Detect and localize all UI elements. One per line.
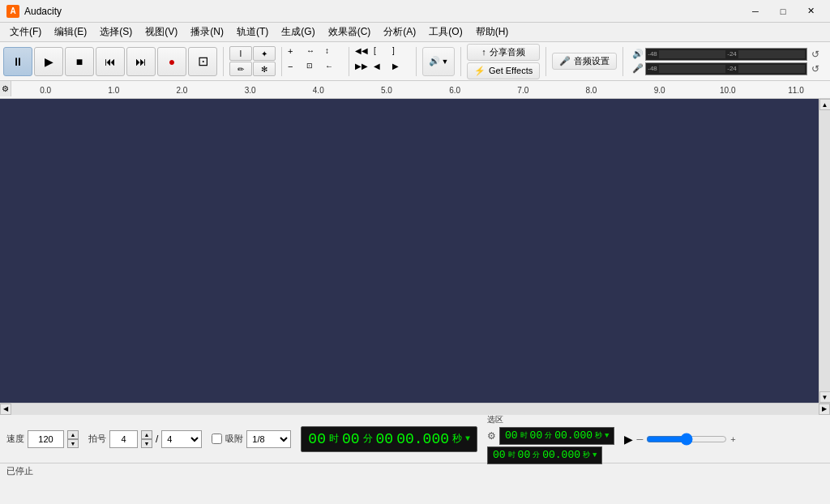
scroll-left-h-button[interactable]: ◀ <box>0 404 11 415</box>
pause-button[interactable]: ⏸ <box>3 47 32 76</box>
sel1-minutes: 00 <box>530 429 543 442</box>
menu-select[interactable]: 选择(S) <box>93 23 139 41</box>
snap-select[interactable]: 1/8 1/4 1/2 1 <box>246 430 291 448</box>
sel1-seconds: 00.000 <box>554 429 593 442</box>
sep3 <box>349 47 349 76</box>
get-effects-button[interactable]: ⚡ Get Effects <box>467 62 540 79</box>
beat-group: 拍号 ▲ ▼ / 4 8 16 <box>88 430 202 448</box>
output-refresh-button[interactable]: ↺ <box>809 48 822 61</box>
menu-analyze[interactable]: 分析(A) <box>377 23 422 41</box>
trim-right-button[interactable]: ] <box>392 46 410 61</box>
stop-button[interactable]: ■ <box>65 47 94 76</box>
menu-help[interactable]: 帮助(H) <box>469 23 516 41</box>
ruler-mark-1: 1.0 <box>79 86 148 95</box>
skip-back-button[interactable]: ⏮ <box>96 47 125 76</box>
time-hours-suffix: 时 <box>329 432 339 446</box>
ruler-settings[interactable]: ⚙ <box>0 81 11 96</box>
scroll-up-button[interactable]: ▲ <box>819 99 831 110</box>
scroll-track-h[interactable] <box>11 404 819 415</box>
scroll-right-button[interactable]: ▶▶ <box>355 62 373 76</box>
output-level-icon: 🔊 <box>632 49 644 59</box>
trim-left-button[interactable]: [ <box>374 46 391 61</box>
action-area: ↑ 分享音频 ⚡ Get Effects <box>467 44 540 79</box>
audio-settings-button[interactable]: 🎤 音频设置 <box>552 53 617 70</box>
zoom-in-button[interactable]: + <box>288 46 306 61</box>
speed-play-icon: ▶ <box>624 433 633 446</box>
horizontal-scrollbar[interactable]: ◀ ▶ <box>0 403 830 414</box>
zoom-fit-button[interactable]: ↔ <box>306 46 324 61</box>
zoom-out-button[interactable]: − <box>288 62 306 76</box>
ruler: ⚙ 0.0 1.0 2.0 3.0 4.0 5.0 6.0 7.0 8.0 9.… <box>0 81 830 99</box>
edit-tools: I ✦ ✏ ✻ <box>229 46 276 76</box>
audio-settings-label: 音频设置 <box>574 55 610 67</box>
maximize-button[interactable]: □ <box>770 3 796 19</box>
tool-grid: I ✦ ✏ ✻ <box>229 46 276 76</box>
window-controls: ─ □ ✕ <box>742 3 824 19</box>
record-button[interactable]: ● <box>157 47 186 76</box>
sel2-dropdown-icon[interactable]: ▼ <box>593 451 597 459</box>
beat-numerator-input[interactable] <box>109 430 138 448</box>
ruler-mark-7: 7.0 <box>489 86 557 95</box>
sel-row1: ⚙ 00 时 00 分 00.000 秒 ▼ <box>487 427 614 445</box>
level-meters: 🔊 -48 -24 ↺ 🎤 -48 -24 ↺ <box>632 48 822 75</box>
pencil-tool[interactable]: ✏ <box>229 62 252 76</box>
toolbar: ⏸ ▶ ■ ⏮ ⏭ ● ⊡ I ✦ ✏ ✻ + ↔ ↕ − ⊡ ← ◀◀ <box>0 42 830 81</box>
asterisk-tool[interactable]: ✻ <box>253 62 276 76</box>
cursor-tool[interactable]: I <box>229 46 252 61</box>
input-meter2 <box>738 65 805 73</box>
output-level-bar: -48 -24 <box>645 48 807 61</box>
menu-effects[interactable]: 效果器(C) <box>322 23 378 41</box>
scroll-l2-button[interactable]: ◀ <box>374 62 391 76</box>
speed-up-button[interactable]: ▲ <box>67 430 79 439</box>
beat-num-down[interactable]: ▼ <box>141 439 152 448</box>
skip-fwd-button[interactable]: ⏭ <box>126 47 156 76</box>
menu-view[interactable]: 视图(V) <box>139 23 184 41</box>
zoom-undo-button[interactable]: ← <box>325 62 343 76</box>
sel1-dropdown-icon[interactable]: ▼ <box>605 432 609 440</box>
zoom-sel-button[interactable]: ⊡ <box>306 62 324 76</box>
multi-tool[interactable]: ✦ <box>253 46 276 61</box>
scroll-left-button[interactable]: ◀◀ <box>355 46 373 61</box>
ruler-mark-9: 9.0 <box>626 86 694 95</box>
sel-gear-icon[interactable]: ⚙ <box>487 430 496 442</box>
sel-label-row: 选区 <box>487 414 614 425</box>
canvas-area: ▲ ▼ <box>0 99 830 403</box>
ruler-mark-0: 0.0 <box>11 86 79 95</box>
menu-tools[interactable]: 工具(O) <box>422 23 468 41</box>
ruler-gear-icon: ⚙ <box>2 84 9 93</box>
ruler-mark-4: 4.0 <box>285 86 353 95</box>
speed-input[interactable] <box>28 430 64 448</box>
snap-checkbox[interactable] <box>212 434 222 444</box>
scroll-down-button[interactable]: ▼ <box>819 391 831 403</box>
scroll-track-v[interactable] <box>819 110 831 391</box>
sel1-h-suf: 时 <box>520 430 528 441</box>
menu-track[interactable]: 轨道(T) <box>230 23 275 41</box>
menu-record[interactable]: 播录(N) <box>184 23 230 41</box>
crop-button[interactable]: ⊡ <box>188 47 217 76</box>
speed-down-button[interactable]: ▼ <box>67 439 79 448</box>
volume-control[interactable]: 🔊 ▼ <box>422 47 455 76</box>
ruler-marks: 0.0 1.0 2.0 3.0 4.0 5.0 6.0 7.0 8.0 9.0 … <box>11 81 830 96</box>
menu-edit[interactable]: 编辑(E) <box>48 23 93 41</box>
scroll-right-h-button[interactable]: ▶ <box>819 404 830 415</box>
vertical-scrollbar[interactable]: ▲ ▼ <box>819 99 830 403</box>
time-min-suffix: 分 <box>363 432 373 446</box>
playback-speed-slider[interactable] <box>646 433 727 446</box>
sel-row2: 00 时 00 分 00.000 秒 ▼ <box>487 446 614 464</box>
scroll-r2-button[interactable]: ▶ <box>392 62 410 76</box>
ruler-mark-8: 8.0 <box>557 86 625 95</box>
play-button[interactable]: ▶ <box>34 47 63 76</box>
menu-generate[interactable]: 生成(G) <box>275 23 321 41</box>
menu-file[interactable]: 文件(F) <box>3 23 48 41</box>
zoom-toggle-button[interactable]: ↕ <box>325 46 343 61</box>
input-refresh-button[interactable]: ↺ <box>809 62 822 75</box>
close-button[interactable]: ✕ <box>798 3 824 19</box>
transport-controls: ⏸ ▶ ■ ⏮ ⏭ ● ⊡ <box>3 47 217 76</box>
effects-icon: ⚡ <box>474 66 486 76</box>
sep7 <box>622 47 623 76</box>
beat-denominator-select[interactable]: 4 8 16 <box>161 430 202 448</box>
minimize-button[interactable]: ─ <box>742 3 768 19</box>
beat-num-up[interactable]: ▲ <box>141 430 152 439</box>
time-dropdown-icon[interactable]: ▼ <box>465 434 470 443</box>
share-audio-button[interactable]: ↑ 分享音频 <box>467 44 540 61</box>
